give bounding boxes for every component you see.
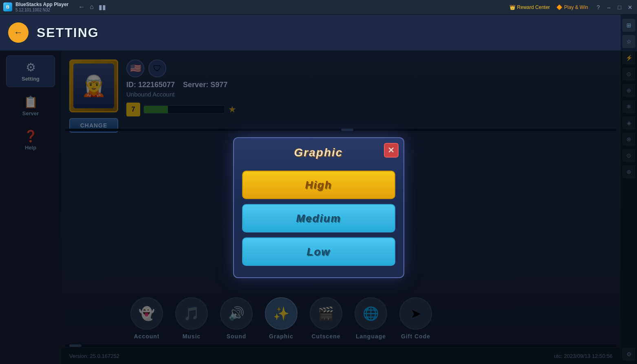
rs-icon-1[interactable]: ⊞ [622,19,635,32]
nav-tabs-btn[interactable]: ▮▮ [99,3,106,11]
maximize-btn[interactable]: □ [616,4,623,11]
close-btn[interactable]: ✕ [626,4,634,11]
app-name: BlueStacks App Player [15,2,68,7]
title-bar-left: B BlueStacks App Player 5.12.101.1002 N3… [3,2,106,12]
graphic-modal: Graphic ✕ High Medium Low [233,137,404,278]
modal-options: High Medium Low [242,167,395,269]
title-bar-nav: ← ⌂ ▮▮ [78,3,106,11]
bluestacks-logo: B [3,2,12,11]
play-icon: 🔶 [556,4,562,10]
option-high-button[interactable]: High [242,171,395,199]
rs-icon-2[interactable]: ☆ [622,35,635,48]
back-button[interactable]: ← [8,22,29,43]
window-controls: ? – □ ✕ [595,4,634,11]
option-medium-button[interactable]: Medium [242,204,395,232]
modal-title: Graphic [294,146,343,159]
option-low-button[interactable]: Low [242,237,395,266]
nav-back-btn[interactable]: ← [78,3,85,11]
app-header: ← Setting [0,15,637,51]
reward-center-btn[interactable]: 👑 Reward Center [509,4,550,10]
modal-close-button[interactable]: ✕ [384,143,399,158]
app-version: 5.12.101.1002 N32 [15,8,68,13]
crown-icon: 👑 [509,4,516,10]
minimize-btn[interactable]: – [605,4,613,11]
title-bar: B BlueStacks App Player 5.12.101.1002 N3… [0,0,637,15]
play-win-btn[interactable]: 🔶 Play & Win [556,4,588,10]
title-bar-right: 👑 Reward Center 🔶 Play & Win ? – □ ✕ [509,4,634,11]
help-btn[interactable]: ? [595,4,602,11]
modal-backdrop: Graphic ✕ High Medium Low [0,51,637,364]
modal-title-bar: Graphic ✕ [242,146,395,159]
page-title: Setting [37,25,99,40]
nav-home-btn[interactable]: ⌂ [90,3,94,11]
